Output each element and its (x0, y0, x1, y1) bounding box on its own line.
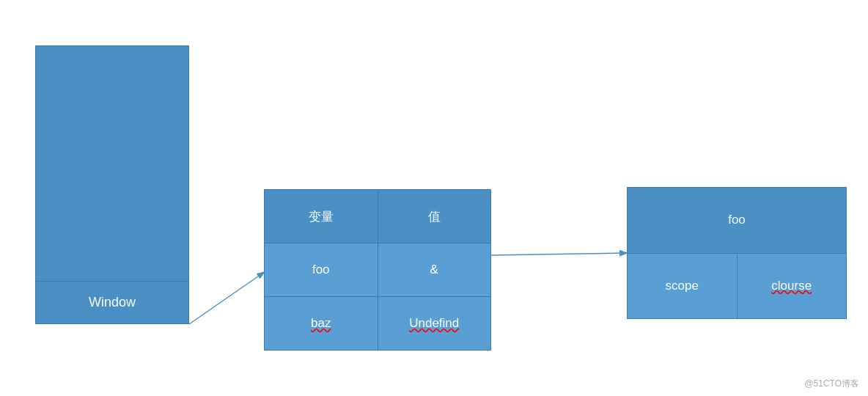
window-label: Window (89, 295, 136, 310)
table-row-1: foo & (265, 243, 490, 297)
table-row-2: baz Undefind (265, 297, 490, 350)
foo-header-label: foo (628, 188, 846, 253)
foo-clourse-cell: clourse (738, 254, 847, 319)
table-row1-col1: foo (265, 243, 378, 296)
foo-data-row: scope clourse (628, 254, 846, 319)
foo-box: foo scope clourse (627, 187, 847, 319)
window-body (36, 46, 188, 281)
watermark: @51CTO博客 (804, 378, 859, 390)
table-row2-col2: Undefind (378, 297, 491, 350)
table-header-row: 变量 值 (265, 190, 490, 243)
table-row2-col1: baz (265, 297, 378, 350)
arrow-window-to-table (189, 271, 265, 324)
table-row1-col2: & (378, 243, 491, 296)
arrow-table-to-foobox (491, 253, 628, 255)
table-header-col2: 值 (378, 190, 491, 243)
foo-scope-cell: scope (628, 254, 738, 319)
foo-header-row: foo (628, 188, 846, 254)
middle-table: 变量 值 foo & baz Undefind (264, 189, 491, 351)
window-box: Window (35, 45, 189, 324)
table-header-col1: 变量 (265, 190, 378, 243)
canvas: Window 变量 值 foo & baz Undefind foo (0, 0, 868, 396)
window-label-row: Window (36, 281, 188, 323)
